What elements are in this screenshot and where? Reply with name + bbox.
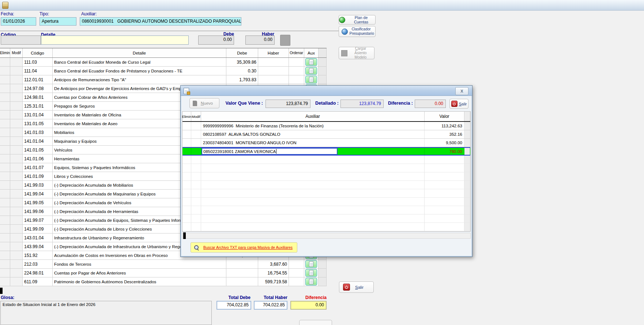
auxiliar-empty-row[interactable] <box>182 189 470 198</box>
table-row[interactable]: 611.09Patrimonio de Gobiernos Autónomos … <box>0 277 327 286</box>
modif-cell[interactable] <box>10 181 23 189</box>
dlg-scrollbar-cell[interactable] <box>464 130 470 138</box>
modif-cell[interactable] <box>10 225 23 233</box>
modif-cell[interactable] <box>10 137 23 145</box>
debe-input[interactable]: 0.00 <box>198 36 234 45</box>
modif-cell[interactable] <box>10 146 23 154</box>
elimin-cell[interactable] <box>0 93 10 101</box>
codigo-cell[interactable]: 224.98.01 <box>23 269 53 277</box>
modif-cell[interactable] <box>10 198 23 207</box>
dlg-auxiliar-cell[interactable]: 2300374804001 MONTENEGRO ANGULO IVON <box>201 139 425 147</box>
elimin-cell[interactable] <box>0 242 10 251</box>
codigo-cell[interactable]: 141.01.03 <box>23 128 53 137</box>
modif-cell[interactable] <box>10 172 23 180</box>
codigo-cell[interactable]: 124.97.08 <box>23 84 53 93</box>
debe-cell[interactable]: 0.30 <box>226 67 258 75</box>
dlg-scrollbar-cell[interactable] <box>464 148 470 155</box>
codigo-cell[interactable]: 111.04 <box>23 67 53 75</box>
dlg-elimin-cell[interactable] <box>182 122 191 130</box>
modif-cell[interactable] <box>10 58 23 66</box>
modif-cell[interactable] <box>10 251 23 259</box>
dlg-scrollbar-cell[interactable] <box>464 122 470 130</box>
detalle-cell[interactable]: Anticipos de Remuneraciones Tipo "A" <box>53 75 226 84</box>
codigo-cell[interactable]: 141.99.09 <box>23 225 53 233</box>
fecha-input[interactable]: 01/01/2026 <box>1 17 36 26</box>
elimin-cell[interactable] <box>0 277 10 286</box>
cargar-asiento-modelo-button[interactable]: Cargar Asiento Modelo <box>339 47 374 59</box>
gray-square-button[interactable] <box>280 35 290 46</box>
dlg-auxiliar-cell[interactable]: 0802108597 ALAVA SALTOS GONZALO <box>201 130 425 138</box>
aux-detail-button[interactable] <box>305 58 317 66</box>
auxiliar-empty-row[interactable] <box>182 206 470 214</box>
detalle-cell[interactable]: Patrimonio de Gobiernos Autónomos Descen… <box>53 277 226 286</box>
detalle-input[interactable] <box>41 36 189 45</box>
modif-cell[interactable] <box>10 102 23 110</box>
auxiliar-empty-row[interactable] <box>182 181 470 189</box>
codigo-cell[interactable]: 141.99.07 <box>23 216 53 224</box>
debe-cell[interactable]: 1,793.83 <box>226 75 258 84</box>
salir-dialog-button[interactable]: Salir <box>449 99 468 109</box>
elimin-cell[interactable] <box>0 84 10 93</box>
elimin-cell[interactable] <box>0 207 10 216</box>
table-row[interactable]: 212.03Fondos de Terceros3,687.60 <box>0 260 327 269</box>
elimin-cell[interactable] <box>0 172 10 180</box>
codigo-cell[interactable]: 111.03 <box>23 58 53 66</box>
haber-cell[interactable]: 3,687.60 <box>258 260 289 268</box>
auxiliar-row[interactable]: 0802108597 ALAVA SALTOS GONZALO352.16 <box>182 130 470 139</box>
elimin-cell[interactable] <box>0 119 10 128</box>
elimin-cell[interactable] <box>0 234 10 242</box>
dlg-scrollbar-cell[interactable] <box>464 139 470 147</box>
auxiliar-empty-row[interactable] <box>182 198 470 206</box>
codigo-cell[interactable]: 141.99.06 <box>23 207 53 216</box>
glosa-textarea[interactable]: Estado de Situacion Inicial al 1 de Ener… <box>0 301 212 325</box>
dialog-titlebar[interactable] <box>181 86 472 96</box>
codigo-cell[interactable]: 141.01.07 <box>23 163 53 172</box>
modif-cell[interactable] <box>10 67 23 75</box>
dialog-horizontal-scrollbar[interactable] <box>182 233 471 239</box>
auxiliar-row-editing[interactable]: 0850223918001 ZAMORA VERONICA780.00 <box>182 147 470 156</box>
codigo-cell[interactable]: 151.92 <box>23 251 53 259</box>
modif-cell[interactable] <box>10 119 23 128</box>
haber-input[interactable]: 0.00 <box>245 36 275 45</box>
clasificador-presupuestario-button[interactable]: Clasificador Presupuestario <box>339 26 376 37</box>
modif-cell[interactable] <box>10 207 23 216</box>
auxiliar-empty-row[interactable] <box>182 164 470 172</box>
codigo-cell[interactable]: 131.01.04 <box>23 111 53 119</box>
tipo-input[interactable]: Apertura <box>39 17 76 26</box>
dlg-valor-cell[interactable]: 113,242.63 <box>425 122 464 130</box>
ordenar-cell[interactable] <box>289 277 304 286</box>
aux-detail-button[interactable] <box>305 67 317 75</box>
debe-cell[interactable] <box>226 260 258 268</box>
codigo-cell[interactable]: 143.01.04 <box>23 234 53 242</box>
codigo-cell[interactable]: 124.98.01 <box>23 93 53 101</box>
salir-main-button[interactable]: Salir <box>339 281 374 293</box>
modif-cell[interactable] <box>10 242 23 251</box>
buscar-txt-button[interactable]: Buscar Archivo TXT para carga Masiva de … <box>191 242 297 253</box>
dlg-elimin-cell[interactable] <box>182 148 191 155</box>
modif-cell[interactable] <box>10 163 23 172</box>
dialog-close-button[interactable]: X <box>455 87 468 95</box>
codigo-input[interactable] <box>1 36 41 45</box>
dlg-elimin-cell[interactable] <box>182 130 191 138</box>
dlg-elimin-cell[interactable] <box>182 139 191 147</box>
aux-detail-button[interactable] <box>305 260 317 268</box>
modif-cell[interactable] <box>10 260 23 268</box>
table-row[interactable]: 224.98.01Cuentas por Pagar de Años Anter… <box>0 269 327 277</box>
dlg-auxiliar-cell[interactable]: 0850223918001 ZAMORA VERONICA <box>201 148 425 155</box>
dlg-valor-cell[interactable]: 780.00 <box>425 148 464 155</box>
elimin-cell[interactable] <box>0 181 10 189</box>
table-row[interactable]: 111.03Banco Central del Ecuador Moneda d… <box>0 58 327 67</box>
table-row[interactable]: 111.04Banco Central del Ecuador Fondos d… <box>0 67 327 75</box>
auxiliar-empty-row[interactable] <box>182 223 470 231</box>
partial-bottom-button[interactable] <box>299 320 332 325</box>
elimin-cell[interactable] <box>0 75 10 84</box>
codigo-cell[interactable]: 141.01.09 <box>23 172 53 180</box>
dlg-modif-cell[interactable] <box>191 130 201 138</box>
codigo-cell[interactable]: 143.99.04 <box>23 242 53 251</box>
elimin-cell[interactable] <box>0 102 10 110</box>
dlg-modif-cell[interactable] <box>191 139 201 147</box>
codigo-cell[interactable]: 141.01.05 <box>23 146 53 154</box>
dlg-modif-cell[interactable] <box>191 148 201 155</box>
modif-cell[interactable] <box>10 234 23 242</box>
auxiliar-empty-row[interactable] <box>182 172 470 181</box>
